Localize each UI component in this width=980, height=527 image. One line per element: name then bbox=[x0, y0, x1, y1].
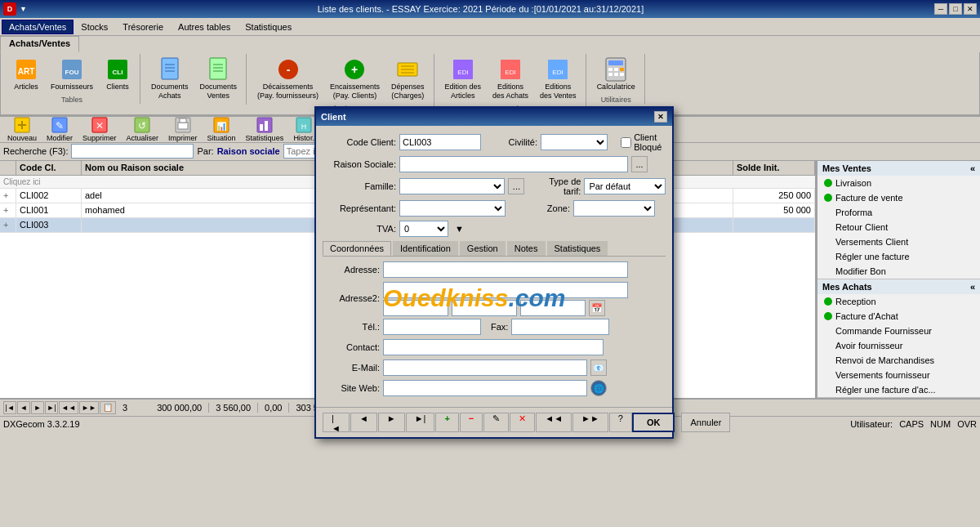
famille-browse[interactable]: ... bbox=[508, 178, 524, 194]
adresse-input[interactable] bbox=[383, 261, 628, 278]
dialog-tab-statistiques[interactable]: Statistiques bbox=[547, 241, 608, 256]
form-row-email: E-Mail: 📧 bbox=[323, 360, 666, 376]
dlg-add[interactable]: + bbox=[435, 413, 458, 432]
dialog-tab-identification[interactable]: Identification bbox=[393, 241, 458, 256]
tel-input[interactable] bbox=[383, 319, 481, 335]
famille-label: Famille: bbox=[323, 181, 396, 191]
adresse2-row2: 📅 bbox=[383, 300, 628, 316]
representant-select[interactable] bbox=[399, 200, 506, 217]
code-client-label: Code Client: bbox=[323, 137, 396, 147]
email-label: E-Mail: bbox=[323, 363, 380, 373]
email-input[interactable] bbox=[383, 360, 587, 376]
type-tarif-select[interactable]: Par défaut bbox=[584, 178, 666, 194]
dialog-body: Code Client: Civilité: Client Bloqué Rai… bbox=[316, 126, 672, 407]
adresse2-input3[interactable] bbox=[452, 300, 517, 316]
dialog-title-text: Client bbox=[321, 112, 346, 122]
fax-input[interactable] bbox=[511, 319, 609, 335]
dlg-next2[interactable]: ►► bbox=[572, 413, 608, 432]
representant-label: Représentant: bbox=[323, 203, 396, 213]
dialog-tabs: Coordonnées Identification Gestion Notes… bbox=[323, 241, 666, 257]
adresse-label: Adresse: bbox=[323, 265, 380, 275]
civilite-label: Civilité: bbox=[492, 137, 537, 147]
adresse2-input4[interactable] bbox=[520, 300, 586, 316]
dialog-tab-gestion[interactable]: Gestion bbox=[460, 241, 506, 256]
dlg-edit[interactable]: ✎ bbox=[483, 413, 509, 432]
famille-select[interactable] bbox=[399, 178, 505, 194]
dialog-title-bar: Client ✕ bbox=[316, 108, 672, 126]
dialog-tab-coordonnees[interactable]: Coordonnées bbox=[323, 241, 391, 256]
tel-label: Tél.: bbox=[323, 322, 380, 332]
tva-label: TVA: bbox=[323, 224, 396, 234]
dlg-delete[interactable]: − bbox=[460, 413, 483, 432]
dlg-help[interactable]: ? bbox=[609, 413, 632, 432]
dialog-close-button[interactable]: ✕ bbox=[654, 111, 667, 123]
form-row-contact: Contact: bbox=[323, 339, 666, 355]
dlg-prev2[interactable]: ◄◄ bbox=[536, 413, 572, 432]
client-dialog: Client ✕ Code Client: Civilité: Client B… bbox=[314, 106, 674, 439]
email-browse[interactable]: 📧 bbox=[590, 360, 607, 376]
adresse2-label: Adresse2: bbox=[323, 293, 380, 303]
contact-label: Contact: bbox=[323, 342, 380, 352]
dialog-annuler-button[interactable]: Annuler bbox=[681, 413, 730, 432]
adresse2-input[interactable] bbox=[383, 282, 628, 298]
form-row-tva: TVA: 0 ▼ bbox=[323, 221, 666, 237]
adresse2-browse[interactable]: 📅 bbox=[589, 300, 605, 316]
siteweb-label: Site Web: bbox=[323, 383, 380, 393]
contact-input[interactable] bbox=[383, 339, 604, 355]
adresse2-input2[interactable] bbox=[383, 300, 448, 316]
client-bloque-text: Client Bloqué bbox=[634, 132, 666, 152]
form-row-adresse: Adresse: bbox=[323, 261, 666, 278]
dlg-cancel-edit[interactable]: ✕ bbox=[510, 413, 535, 432]
dlg-nav-last[interactable]: ►| bbox=[406, 413, 435, 432]
dialog-overlay: Client ✕ Code Client: Civilité: Client B… bbox=[0, 0, 980, 527]
zone-label: Zone: bbox=[525, 203, 570, 213]
raison-sociale-label: Raison Sociale: bbox=[323, 159, 396, 169]
dialog-tab-notes[interactable]: Notes bbox=[507, 241, 546, 256]
raison-sociale-browse[interactable]: ... bbox=[631, 156, 648, 172]
form-row-raison: Raison Sociale: ... bbox=[323, 156, 666, 172]
dialog-nav-buttons: |◄ ◄ ► ►| + − ✎ ✕ ◄◄ ►► ? bbox=[323, 413, 632, 432]
form-row-siteweb: Site Web: 🌐 bbox=[323, 380, 666, 396]
dlg-nav-next[interactable]: ► bbox=[378, 413, 405, 432]
civilite-select[interactable] bbox=[541, 134, 608, 150]
dialog-ok-button[interactable]: OK bbox=[632, 413, 675, 432]
type-tarif-label: Type de tarif: bbox=[536, 176, 581, 196]
dialog-action-buttons: OK Annuler bbox=[632, 413, 730, 432]
tva-select[interactable]: 0 bbox=[399, 221, 448, 237]
dlg-nav-first[interactable]: |◄ bbox=[323, 413, 350, 432]
siteweb-input[interactable] bbox=[383, 380, 587, 396]
dlg-nav-prev[interactable]: ◄ bbox=[350, 413, 377, 432]
zone-select[interactable] bbox=[573, 200, 655, 217]
dialog-footer: |◄ ◄ ► ►| + − ✎ ✕ ◄◄ ►► ? OK Annuler bbox=[316, 407, 672, 437]
tva-arrow: ▼ bbox=[455, 224, 464, 234]
client-bloque-checkbox-label: Client Bloqué bbox=[621, 132, 666, 152]
siteweb-browse[interactable]: 🌐 bbox=[590, 380, 607, 396]
code-client-input[interactable] bbox=[399, 134, 481, 150]
raison-sociale-input[interactable] bbox=[399, 156, 628, 172]
form-row-adresse2: Adresse2: Ouedkniss .com bbox=[323, 282, 666, 315]
tab-coordonnees-content: Adresse: Adresse2: Ouedkniss .com bbox=[323, 261, 666, 396]
form-row-code: Code Client: Civilité: Client Bloqué bbox=[323, 132, 666, 152]
form-row-famille: Famille: ... Type de tarif: Par défaut bbox=[323, 176, 666, 196]
form-row-representant: Représentant: Zone: bbox=[323, 200, 666, 217]
form-row-tel: Tél.: Fax: bbox=[323, 319, 666, 335]
fax-label: Fax: bbox=[491, 322, 508, 332]
client-bloque-checkbox[interactable] bbox=[621, 137, 631, 148]
adresse2-area: Ouedkniss .com 📅 bbox=[383, 282, 628, 315]
